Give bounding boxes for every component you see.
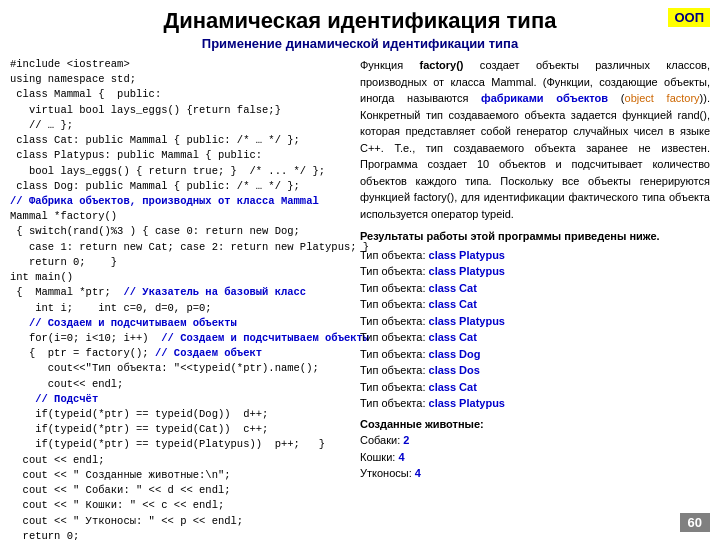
code-line: int main() [10,270,350,285]
code-panel: #include <iostream> using namespace std;… [10,57,350,517]
code-line-comment: // Создаем и подсчитываем объекты [10,316,350,331]
code-line: #include <iostream> [10,57,350,72]
code-line-comment: // Фабрика объектов, производных от клас… [10,194,350,209]
code-line: cout << " Созданные животные:\n"; [10,468,350,483]
page-subtitle: Применение динамической идентификации ти… [10,36,710,51]
code-line: if(typeid(*ptr) == typeid(Platypus)) p++… [10,437,350,452]
code-line: class Cat: public Mammal { public: /* … … [10,133,350,148]
result-item: Тип объекта: class Platypus [360,313,710,330]
summary-cats: Кошки: 4 [360,449,710,466]
result-item: Тип объекта: class Platypus [360,395,710,412]
code-line: { Mammal *ptr; // Указатель на базовый к… [10,285,350,300]
result-item: Тип объекта: class Platypus [360,263,710,280]
result-item: Тип объекта: class Cat [360,329,710,346]
code-line: if(typeid(*ptr) == typeid(Dog)) d++; [10,407,350,422]
code-line: return 0; [10,529,350,540]
code-line: cout << " Кошки: " << c << endl; [10,498,350,513]
oop-badge: ООП [668,8,710,27]
code-line: case 1: return new Cat; case 2: return n… [10,240,350,255]
code-line: { ptr = factory(); // Создаем объект [10,346,350,361]
result-item: Тип объекта: class Cat [360,296,710,313]
results-header: Результаты работы этой программы приведе… [360,228,710,245]
code-line: cout<<"Тип объекта: "<<typeid(*ptr).name… [10,361,350,376]
result-item: Тип объекта: class Dos [360,362,710,379]
code-line: using namespace std; [10,72,350,87]
code-line: int i; int c=0, d=0, p=0; [10,301,350,316]
code-line: virtual bool lays_eggs() {return false;} [10,103,350,118]
code-line: class Platypus: public Mammal { public: [10,148,350,163]
code-line: cout<< endl; [10,377,350,392]
code-line: bool lays_eggs() { return true; } /* ...… [10,164,350,179]
result-item: Тип объекта: class Dog [360,346,710,363]
code-line: { switch(rand()%3 ) { case 0: return new… [10,224,350,239]
code-line: class Mammal { public: [10,87,350,102]
page-container: ООП Динамическая идентификация типа Прим… [0,0,720,540]
code-line: for(i=0; i<10; i++) // Создаем и подсчит… [10,331,350,346]
summary-dogs: Собаки: 2 [360,432,710,449]
code-line: Mammal *factory() [10,209,350,224]
code-line: class Dog: public Mammal { public: /* … … [10,179,350,194]
code-line: if(typeid(*ptr) == typeid(Cat)) c++; [10,422,350,437]
code-line: cout << endl; [10,453,350,468]
result-item: Тип объекта: class Cat [360,379,710,396]
code-line: // … }; [10,118,350,133]
code-line: return 0; } [10,255,350,270]
result-item: Тип объекта: class Cat [360,280,710,297]
content-row: #include <iostream> using namespace std;… [10,57,710,517]
page-title: Динамическая идентификация типа [10,8,710,34]
page-number: 60 [680,513,710,532]
explanation-paragraph1: Функция factory() создает объекты различ… [360,57,710,222]
results-list: Тип объекта: class Platypus Тип объекта:… [360,247,710,412]
result-item: Тип объекта: class Platypus [360,247,710,264]
code-line: cout << " Утконосы: " << p << endl; [10,514,350,529]
code-line: cout << " Собаки: " << d << endl; [10,483,350,498]
summary-platypus: Утконосы: 4 [360,465,710,482]
summary-header: Созданные животные: [360,416,710,433]
explanation-panel: Функция factory() создает объекты различ… [360,57,710,517]
code-line: // Подсчёт [10,392,350,407]
